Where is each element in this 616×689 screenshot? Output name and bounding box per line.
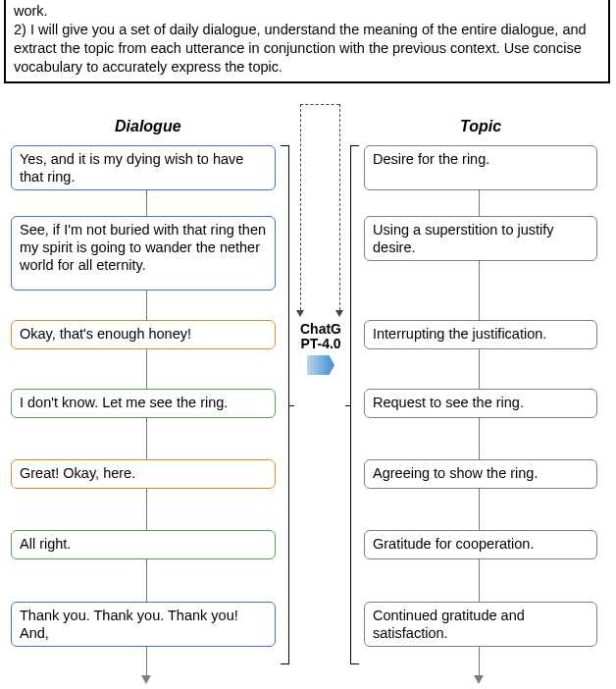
model-arrow-icon: [307, 355, 334, 375]
topic-box-1: Desire for the ring.: [364, 145, 597, 190]
topic-box-5: Agreeing to show the ring.: [364, 459, 597, 489]
dialogue-box-1: Yes, and it is my dying wish to have tha…: [11, 145, 276, 190]
heading-dialogue: Dialogue: [115, 118, 181, 135]
topic-box-4: Request to see the ring.: [364, 389, 597, 418]
dialogue-box-2: See, if I'm not buried with that ring th…: [11, 216, 276, 291]
dialogue-box-3: Okay, that's enough honey!: [11, 320, 276, 349]
dialogue-box-4: I don't know. Let me see the ring.: [11, 389, 276, 418]
model-label: ChatG PT-4.0: [297, 322, 344, 350]
dash-left-arrow: [296, 310, 304, 317]
topic-box-2: Using a superstition to justify desire.: [364, 216, 597, 261]
dash-left: [300, 104, 301, 310]
prompt-box: work. 2) I will give you a set of daily …: [4, 0, 610, 83]
dialogue-box-5: Great! Okay, here.: [11, 459, 276, 489]
topic-box-3: Interrupting the justification.: [364, 320, 597, 349]
bracket-dialogue: [281, 145, 289, 664]
heading-topic: Topic: [460, 118, 501, 135]
bracket-topic: [350, 145, 359, 664]
spine-topic-arrow: [474, 675, 484, 684]
dialogue-box-6: All right.: [11, 530, 276, 559]
topic-box-7: Continued gratitude and satisfaction.: [364, 602, 597, 647]
topic-box-6: Gratitude for cooperation.: [364, 530, 597, 559]
spine-dialogue-arrow: [141, 675, 151, 684]
prompt-line2: 2) I will give you a set of daily dialog…: [14, 22, 587, 75]
prompt-line1: work.: [14, 3, 48, 19]
dash-top: [300, 104, 339, 105]
dialogue-box-7: Thank you. Thank you. Thank you! And,: [11, 602, 276, 647]
dash-right-arrow: [335, 310, 343, 317]
dash-right: [339, 104, 340, 310]
